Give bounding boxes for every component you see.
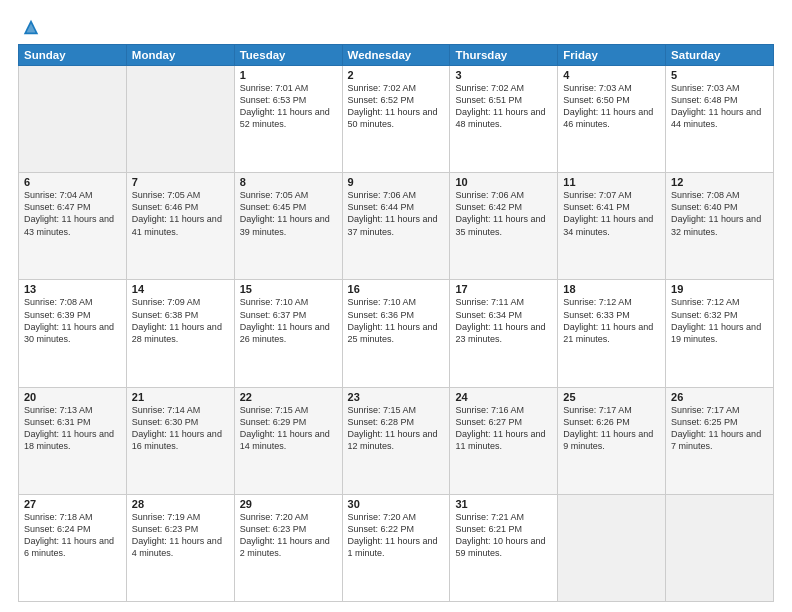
day-number: 18 [563, 283, 660, 295]
day-info: Sunrise: 7:02 AM Sunset: 6:51 PM Dayligh… [455, 82, 552, 131]
day-number: 19 [671, 283, 768, 295]
day-number: 8 [240, 176, 337, 188]
day-number: 11 [563, 176, 660, 188]
day-info: Sunrise: 7:12 AM Sunset: 6:32 PM Dayligh… [671, 296, 768, 345]
day-number: 23 [348, 391, 445, 403]
day-info: Sunrise: 7:15 AM Sunset: 6:29 PM Dayligh… [240, 404, 337, 453]
day-number: 20 [24, 391, 121, 403]
day-cell: 4Sunrise: 7:03 AM Sunset: 6:50 PM Daylig… [558, 66, 666, 173]
day-info: Sunrise: 7:07 AM Sunset: 6:41 PM Dayligh… [563, 189, 660, 238]
day-cell: 8Sunrise: 7:05 AM Sunset: 6:45 PM Daylig… [234, 173, 342, 280]
day-cell: 10Sunrise: 7:06 AM Sunset: 6:42 PM Dayli… [450, 173, 558, 280]
day-info: Sunrise: 7:14 AM Sunset: 6:30 PM Dayligh… [132, 404, 229, 453]
day-info: Sunrise: 7:08 AM Sunset: 6:39 PM Dayligh… [24, 296, 121, 345]
day-info: Sunrise: 7:20 AM Sunset: 6:23 PM Dayligh… [240, 511, 337, 560]
day-info: Sunrise: 7:04 AM Sunset: 6:47 PM Dayligh… [24, 189, 121, 238]
day-cell: 29Sunrise: 7:20 AM Sunset: 6:23 PM Dayli… [234, 494, 342, 601]
day-cell: 12Sunrise: 7:08 AM Sunset: 6:40 PM Dayli… [666, 173, 774, 280]
week-row-1: 1Sunrise: 7:01 AM Sunset: 6:53 PM Daylig… [19, 66, 774, 173]
day-info: Sunrise: 7:10 AM Sunset: 6:37 PM Dayligh… [240, 296, 337, 345]
day-number: 26 [671, 391, 768, 403]
day-info: Sunrise: 7:17 AM Sunset: 6:26 PM Dayligh… [563, 404, 660, 453]
day-info: Sunrise: 7:09 AM Sunset: 6:38 PM Dayligh… [132, 296, 229, 345]
day-number: 14 [132, 283, 229, 295]
day-number: 30 [348, 498, 445, 510]
day-cell: 19Sunrise: 7:12 AM Sunset: 6:32 PM Dayli… [666, 280, 774, 387]
day-info: Sunrise: 7:10 AM Sunset: 6:36 PM Dayligh… [348, 296, 445, 345]
header [18, 18, 774, 36]
day-number: 3 [455, 69, 552, 81]
day-cell: 2Sunrise: 7:02 AM Sunset: 6:52 PM Daylig… [342, 66, 450, 173]
day-number: 22 [240, 391, 337, 403]
day-number: 29 [240, 498, 337, 510]
day-number: 6 [24, 176, 121, 188]
day-cell [666, 494, 774, 601]
weekday-header-row: SundayMondayTuesdayWednesdayThursdayFrid… [19, 45, 774, 66]
weekday-header-friday: Friday [558, 45, 666, 66]
day-cell: 3Sunrise: 7:02 AM Sunset: 6:51 PM Daylig… [450, 66, 558, 173]
day-number: 17 [455, 283, 552, 295]
day-cell: 5Sunrise: 7:03 AM Sunset: 6:48 PM Daylig… [666, 66, 774, 173]
weekday-header-wednesday: Wednesday [342, 45, 450, 66]
day-cell: 9Sunrise: 7:06 AM Sunset: 6:44 PM Daylig… [342, 173, 450, 280]
weekday-header-tuesday: Tuesday [234, 45, 342, 66]
day-info: Sunrise: 7:13 AM Sunset: 6:31 PM Dayligh… [24, 404, 121, 453]
day-cell: 21Sunrise: 7:14 AM Sunset: 6:30 PM Dayli… [126, 387, 234, 494]
day-cell: 25Sunrise: 7:17 AM Sunset: 6:26 PM Dayli… [558, 387, 666, 494]
day-info: Sunrise: 7:17 AM Sunset: 6:25 PM Dayligh… [671, 404, 768, 453]
page: SundayMondayTuesdayWednesdayThursdayFrid… [0, 0, 792, 612]
day-cell: 23Sunrise: 7:15 AM Sunset: 6:28 PM Dayli… [342, 387, 450, 494]
day-cell: 14Sunrise: 7:09 AM Sunset: 6:38 PM Dayli… [126, 280, 234, 387]
week-row-3: 13Sunrise: 7:08 AM Sunset: 6:39 PM Dayli… [19, 280, 774, 387]
day-cell: 16Sunrise: 7:10 AM Sunset: 6:36 PM Dayli… [342, 280, 450, 387]
day-cell: 24Sunrise: 7:16 AM Sunset: 6:27 PM Dayli… [450, 387, 558, 494]
day-number: 13 [24, 283, 121, 295]
day-number: 9 [348, 176, 445, 188]
day-info: Sunrise: 7:03 AM Sunset: 6:48 PM Dayligh… [671, 82, 768, 131]
day-cell: 11Sunrise: 7:07 AM Sunset: 6:41 PM Dayli… [558, 173, 666, 280]
weekday-header-thursday: Thursday [450, 45, 558, 66]
week-row-5: 27Sunrise: 7:18 AM Sunset: 6:24 PM Dayli… [19, 494, 774, 601]
day-info: Sunrise: 7:15 AM Sunset: 6:28 PM Dayligh… [348, 404, 445, 453]
day-number: 15 [240, 283, 337, 295]
day-cell: 31Sunrise: 7:21 AM Sunset: 6:21 PM Dayli… [450, 494, 558, 601]
day-info: Sunrise: 7:01 AM Sunset: 6:53 PM Dayligh… [240, 82, 337, 131]
day-number: 28 [132, 498, 229, 510]
week-row-4: 20Sunrise: 7:13 AM Sunset: 6:31 PM Dayli… [19, 387, 774, 494]
logo-icon [22, 18, 40, 36]
day-number: 2 [348, 69, 445, 81]
day-info: Sunrise: 7:06 AM Sunset: 6:44 PM Dayligh… [348, 189, 445, 238]
day-cell: 6Sunrise: 7:04 AM Sunset: 6:47 PM Daylig… [19, 173, 127, 280]
day-info: Sunrise: 7:12 AM Sunset: 6:33 PM Dayligh… [563, 296, 660, 345]
day-cell [19, 66, 127, 173]
day-number: 12 [671, 176, 768, 188]
day-cell: 17Sunrise: 7:11 AM Sunset: 6:34 PM Dayli… [450, 280, 558, 387]
weekday-header-saturday: Saturday [666, 45, 774, 66]
day-cell: 26Sunrise: 7:17 AM Sunset: 6:25 PM Dayli… [666, 387, 774, 494]
day-info: Sunrise: 7:05 AM Sunset: 6:45 PM Dayligh… [240, 189, 337, 238]
day-info: Sunrise: 7:19 AM Sunset: 6:23 PM Dayligh… [132, 511, 229, 560]
day-number: 10 [455, 176, 552, 188]
day-info: Sunrise: 7:21 AM Sunset: 6:21 PM Dayligh… [455, 511, 552, 560]
day-number: 27 [24, 498, 121, 510]
day-number: 7 [132, 176, 229, 188]
calendar: SundayMondayTuesdayWednesdayThursdayFrid… [18, 44, 774, 602]
week-row-2: 6Sunrise: 7:04 AM Sunset: 6:47 PM Daylig… [19, 173, 774, 280]
weekday-header-monday: Monday [126, 45, 234, 66]
day-cell [558, 494, 666, 601]
day-cell: 28Sunrise: 7:19 AM Sunset: 6:23 PM Dayli… [126, 494, 234, 601]
weekday-header-sunday: Sunday [19, 45, 127, 66]
day-cell: 13Sunrise: 7:08 AM Sunset: 6:39 PM Dayli… [19, 280, 127, 387]
day-cell: 22Sunrise: 7:15 AM Sunset: 6:29 PM Dayli… [234, 387, 342, 494]
day-cell: 20Sunrise: 7:13 AM Sunset: 6:31 PM Dayli… [19, 387, 127, 494]
day-info: Sunrise: 7:18 AM Sunset: 6:24 PM Dayligh… [24, 511, 121, 560]
day-number: 25 [563, 391, 660, 403]
day-info: Sunrise: 7:11 AM Sunset: 6:34 PM Dayligh… [455, 296, 552, 345]
day-number: 24 [455, 391, 552, 403]
day-cell: 30Sunrise: 7:20 AM Sunset: 6:22 PM Dayli… [342, 494, 450, 601]
day-info: Sunrise: 7:20 AM Sunset: 6:22 PM Dayligh… [348, 511, 445, 560]
day-info: Sunrise: 7:16 AM Sunset: 6:27 PM Dayligh… [455, 404, 552, 453]
day-info: Sunrise: 7:03 AM Sunset: 6:50 PM Dayligh… [563, 82, 660, 131]
day-number: 31 [455, 498, 552, 510]
day-number: 4 [563, 69, 660, 81]
